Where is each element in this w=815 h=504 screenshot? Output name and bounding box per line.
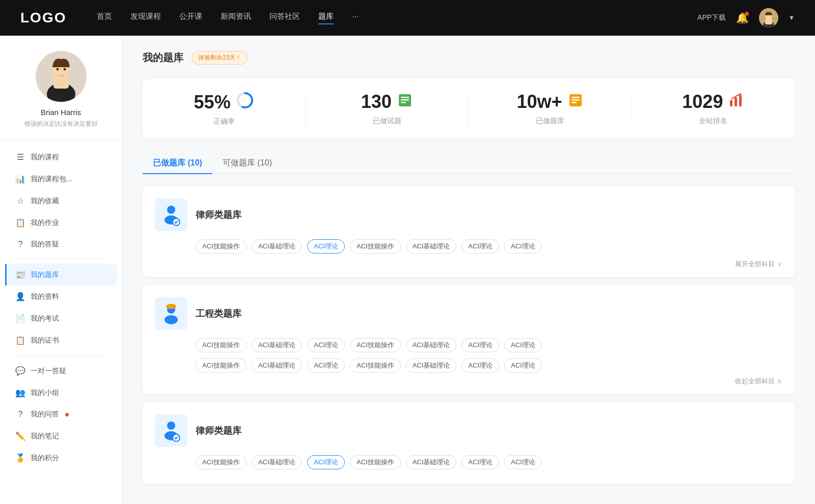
tag-3-4[interactable]: ACI技能操作 xyxy=(350,455,401,469)
tag-1-6[interactable]: ACI理论 xyxy=(461,239,499,254)
qa-icon: ? xyxy=(15,240,25,249)
stat-done-questions: 130 已做试题 xyxy=(306,91,469,126)
tag-2-4[interactable]: ACI技能操作 xyxy=(350,338,401,352)
sidebar-item-my-bank[interactable]: 📰 我的题库 xyxy=(5,264,117,286)
tag-1-3[interactable]: ACI理论 xyxy=(307,239,345,254)
one-on-one-icon: 💬 xyxy=(15,366,25,376)
tag-2-9[interactable]: ACI基础理论 xyxy=(252,358,303,373)
user-motto: 错误的决定比没有决定要好 xyxy=(24,120,98,128)
tag-2-13[interactable]: ACI理论 xyxy=(461,358,499,373)
stat-site-rank: 1029 全站排名 xyxy=(632,91,795,126)
qbank-card-2: 工程类题库 ACI技能操作 ACI基础理论 ACI理论 ACI技能操作 ACI基… xyxy=(143,285,795,394)
avatar-svg xyxy=(759,8,778,27)
trial-badge: 体验剩余23天！ xyxy=(192,51,248,65)
page-title: 我的题库 xyxy=(143,51,183,65)
main-content: 我的题库 体验剩余23天！ 55% 正确率 13 xyxy=(122,36,815,504)
expand-1-button[interactable]: 展开全部科目 ∨ xyxy=(735,260,782,269)
bank-icon: 📰 xyxy=(15,270,25,279)
sidebar-item-my-qa[interactable]: ? 我的答疑 xyxy=(5,234,117,255)
course-icon: ☰ xyxy=(15,152,25,162)
sidebar-divider-2 xyxy=(15,355,106,356)
sidebar-label-my-collection: 我的收藏 xyxy=(31,197,59,206)
sidebar-item-my-cert[interactable]: 📋 我的证书 xyxy=(5,329,117,351)
bell-icon[interactable]: 🔔 xyxy=(736,12,749,24)
done-banks-number: 10w+ xyxy=(517,91,562,113)
qbank-1-tags: ACI技能操作 ACI基础理论 ACI理论 ACI技能操作 ACI基础理论 AC… xyxy=(155,239,782,254)
tag-2-3[interactable]: ACI理论 xyxy=(307,338,345,352)
svg-rect-20 xyxy=(730,100,732,106)
sidebar-label-my-points: 我的积分 xyxy=(31,454,59,463)
dropdown-icon[interactable]: ▼ xyxy=(789,14,795,21)
tag-2-8[interactable]: ACI技能操作 xyxy=(196,358,247,373)
nav-news[interactable]: 新闻资讯 xyxy=(221,12,251,24)
profile-avatar-svg xyxy=(36,51,87,102)
sidebar-item-my-notes[interactable]: ✏️ 我的笔记 xyxy=(5,425,117,447)
collection-icon: ☆ xyxy=(15,196,25,206)
app-download[interactable]: APP下载 xyxy=(697,13,726,22)
tag-3-1[interactable]: ACI技能操作 xyxy=(196,455,247,469)
tag-2-11[interactable]: ACI技能操作 xyxy=(350,358,401,373)
nav-bank[interactable]: 题库 xyxy=(318,12,334,24)
done-banks-icon xyxy=(567,92,584,112)
collapse-2-button[interactable]: 收起全部科目 ∧ xyxy=(735,377,782,386)
stats-row: 55% 正确率 130 xyxy=(143,79,795,138)
qbank-2-footer: 收起全部科目 ∧ xyxy=(155,377,782,386)
tag-3-3[interactable]: ACI理论 xyxy=(307,455,345,469)
tag-1-1[interactable]: ACI技能操作 xyxy=(196,239,247,254)
notes-icon: ✏️ xyxy=(15,431,25,441)
sidebar-label-my-group: 我的小组 xyxy=(31,388,59,398)
sidebar-item-my-profile[interactable]: 👤 我的资料 xyxy=(5,286,117,307)
tag-1-5[interactable]: ACI基础理论 xyxy=(406,239,457,254)
svg-point-33 xyxy=(167,422,175,430)
sidebar-item-my-answers[interactable]: ? 我的问答 xyxy=(5,404,117,425)
profile-icon: 👤 xyxy=(15,292,25,301)
tab-todo[interactable]: 可做题库 (10) xyxy=(212,153,282,174)
tag-1-2[interactable]: ACI基础理论 xyxy=(252,239,303,254)
tabs: 已做题库 (10) 可做题库 (10) xyxy=(143,153,795,174)
sidebar-label-my-course: 我的课程 xyxy=(31,153,59,162)
sidebar-item-one-on-one[interactable]: 💬 一对一答疑 xyxy=(5,360,117,382)
nav-open-course[interactable]: 公开课 xyxy=(179,12,202,24)
svg-rect-17 xyxy=(572,97,580,98)
qbank-2-tags-row1: ACI技能操作 ACI基础理论 ACI理论 ACI技能操作 ACI基础理论 AC… xyxy=(155,338,782,352)
sidebar-item-my-homework[interactable]: 📋 我的作业 xyxy=(5,212,117,234)
tag-3-7[interactable]: ACI理论 xyxy=(504,455,542,469)
tag-2-10[interactable]: ACI理论 xyxy=(307,358,345,373)
nav-discover[interactable]: 发现课程 xyxy=(130,12,161,24)
svg-rect-15 xyxy=(401,102,406,103)
tag-2-6[interactable]: ACI理论 xyxy=(461,338,499,352)
sidebar-label-my-exam: 我的考试 xyxy=(31,314,59,323)
tag-1-7[interactable]: ACI理论 xyxy=(504,239,542,254)
tag-1-4[interactable]: ACI技能操作 xyxy=(350,239,401,254)
main-header: 我的题库 体验剩余23天！ xyxy=(143,51,795,65)
nav-qa[interactable]: 问答社区 xyxy=(269,12,300,24)
tag-3-6[interactable]: ACI理论 xyxy=(461,455,499,469)
site-rank-number: 1029 xyxy=(682,91,723,113)
sidebar-item-my-course-pack[interactable]: 📊 我的课程包... xyxy=(5,168,117,190)
svg-rect-3 xyxy=(765,19,772,24)
sidebar-item-my-course[interactable]: ☰ 我的课程 xyxy=(5,146,117,168)
tag-2-2[interactable]: ACI基础理论 xyxy=(252,338,303,352)
sidebar-item-my-exam[interactable]: 📄 我的考试 xyxy=(5,307,117,329)
sidebar-label-my-answers: 我的问答 xyxy=(31,410,59,419)
logo: LOGO xyxy=(20,10,66,26)
sidebar-item-my-collection[interactable]: ☆ 我的收藏 xyxy=(5,190,117,212)
sidebar-item-my-points[interactable]: 🏅 我的积分 xyxy=(5,447,117,469)
tag-2-5[interactable]: ACI基础理论 xyxy=(406,338,457,352)
tag-2-7[interactable]: ACI理论 xyxy=(504,338,542,352)
tag-2-14[interactable]: ACI理论 xyxy=(504,358,542,373)
profile-avatar xyxy=(36,51,87,102)
svg-rect-19 xyxy=(572,102,577,103)
tag-3-5[interactable]: ACI基础理论 xyxy=(406,455,457,469)
tag-2-12[interactable]: ACI基础理论 xyxy=(406,358,457,373)
nav-more[interactable]: ··· xyxy=(352,12,359,24)
user-avatar[interactable] xyxy=(759,8,778,27)
tag-3-2[interactable]: ACI基础理论 xyxy=(252,455,303,469)
svg-rect-13 xyxy=(401,97,409,98)
tab-done[interactable]: 已做题库 (10) xyxy=(143,153,212,174)
tag-2-1[interactable]: ACI技能操作 xyxy=(196,338,247,352)
svg-rect-31 xyxy=(167,306,175,309)
stat-accuracy-top: 55% xyxy=(194,91,254,113)
nav-home[interactable]: 首页 xyxy=(97,12,112,24)
sidebar-item-my-group[interactable]: 👥 我的小组 xyxy=(5,382,117,404)
